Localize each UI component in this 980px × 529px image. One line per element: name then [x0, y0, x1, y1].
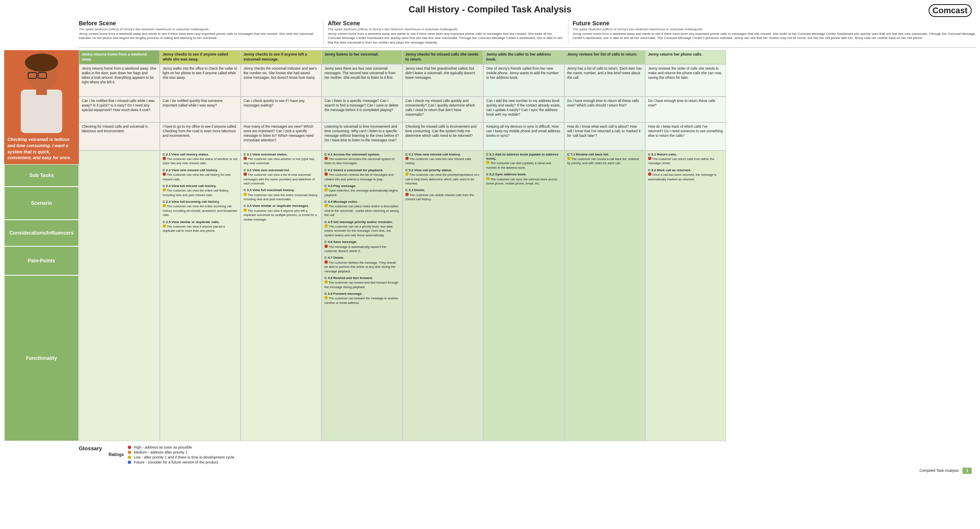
considerations-cell-4: Can I listen to a specific message? Can … [322, 97, 402, 122]
painpoints-cell-2: I have to go to my office to see if anyo… [160, 122, 241, 150]
row-labels-container: Sub Tasks Scenario Considerations/Influe… [4, 164, 79, 441]
subtask-cell-5: Jenny checks for missed calls she needs … [402, 50, 483, 64]
func-item-c32: C 3.2 View new voicemail list. The custo… [244, 168, 319, 186]
func-item-c41: C 4.1 Access the voicemail system. The c… [324, 153, 400, 166]
painpoints-cell-6: Keeping all my devices in sync is diffic… [483, 122, 564, 150]
painpoints-cell-5: Checking for missed calls is inconvenien… [402, 122, 483, 150]
portrait-area [4, 50, 79, 133]
glossary-item-4: Future - consider for a future version o… [128, 460, 234, 464]
glossary-item-1: High - address as soon as possible [128, 445, 234, 449]
func-cell-8: C 8.1 Return calls. The customer can ret… [645, 150, 726, 441]
rating-dot-c33 [244, 193, 247, 196]
persona-quote: Checking voicemail is tedious and time c… [4, 133, 79, 164]
subtask-row: Jenny returns home from a weekend away. … [79, 50, 976, 64]
func-item-c46: C 4.6 Save message. The message is autom… [324, 240, 400, 253]
func-cell-7: C 7.1 Review call back list. The custome… [564, 150, 645, 441]
rating-dot-c48 [324, 280, 328, 284]
scenario-row: Jenny returns home from a weekend away. … [79, 64, 976, 97]
future-scene-title: Future Scene [573, 20, 976, 27]
painpoints-cell-8: How do I keep track of which calls I've … [645, 122, 726, 150]
after-scene-desc: Jenny comes home from a weekend away and… [328, 32, 564, 45]
page-number: 1 [963, 468, 972, 474]
future-scene-header: Future Scene The spare bedroom (office) … [568, 20, 976, 45]
subtask-cell-4: Jenny listens to her voicemail. [322, 50, 402, 64]
glossary-items: High - address as soon as possible Mediu… [128, 445, 234, 464]
scenario-cell-5: Jenny sees that her grandmother called, … [402, 64, 483, 97]
glossary-title: Glossary [79, 445, 102, 451]
after-scene-location: The spare bedroom (office) of Jenny's tw… [328, 27, 564, 31]
rating-dot-c61 [486, 161, 490, 164]
func-item-c31: C 3.1 View voicemail status. The custome… [244, 153, 319, 166]
func-item-c49: C 4.9 Forward message. The customer can … [324, 292, 400, 305]
rating-dot-c44 [324, 204, 328, 207]
main-content: Checking voicemail is tedious and time c… [4, 50, 976, 441]
grid-content: Jenny returns home from a weekend away. … [79, 50, 976, 441]
painpoints-row: Checking for missed calls and voicemail … [79, 122, 976, 150]
rating-dot-c42 [324, 172, 328, 176]
considerations-cell-7: Do I have enough time to return all thes… [564, 97, 645, 122]
rating-dot-c81 [648, 157, 651, 160]
page: Call History - Compiled Task Analysis Co… [0, 0, 980, 529]
svg-rect-5 [21, 90, 62, 133]
rating-dot-c82 [648, 172, 651, 176]
rating-dot-c47 [324, 260, 328, 264]
rating-dot-c21 [163, 157, 166, 160]
scenario-cell-2: Jenny walks into the office to check the… [160, 64, 241, 97]
rating-dot-c45 [324, 224, 328, 228]
scenario-cell-6: One of Jenny's friends called from her n… [483, 64, 564, 97]
rating-dot-c53 [405, 193, 409, 196]
glossary-label-medium: Medium - address after priority 1 [134, 450, 188, 454]
painpoints-cell-7: How do I know what each call is about? H… [564, 122, 645, 150]
subtask-cell-2: Jenny checks to see if anyone called whi… [160, 50, 241, 64]
row-label-painpoints: Pain-Points [4, 246, 79, 275]
functionality-row: C 2.1 View call history status. The cust… [79, 150, 976, 441]
scenario-cell-4: Jenny sees there are four new voicemail … [322, 64, 402, 97]
painpoints-cell-3: How many of the messages are new? Which … [241, 122, 322, 150]
rating-dot-c51 [405, 157, 409, 160]
row-label-functionality: Functionality [4, 275, 79, 441]
considerations-cell-1: Can I be notified that I missed calls wh… [79, 97, 160, 122]
footer: Compiled Task Analysis 1 [4, 468, 976, 474]
rating-dot-c62 [486, 177, 490, 180]
glossary-ratings: Ratings High - address as soon as possib… [109, 445, 234, 464]
rating-dot-c41 [324, 157, 328, 160]
func-item-c53: C 5.3 Delete. The customer can delete mi… [405, 188, 480, 201]
glossary-section: Glossary Ratings High - address as soon … [79, 445, 976, 464]
glossary-label-high: High - address as soon as possible [134, 445, 192, 449]
func-item-c51: C 5.1 View new missed call history. The … [405, 153, 480, 166]
portrait-silhouette [8, 50, 75, 133]
after-scene-header: After Scene The spare bedroom (office) o… [324, 20, 568, 45]
row-label-subtasks: Sub Tasks [4, 164, 79, 187]
scenario-cell-7: Jenny has a list of calls to return. Eac… [564, 64, 645, 97]
future-scene-desc: Jenny comes home from a weekend away and… [573, 32, 976, 41]
before-scene-header: Before Scene The spare bedroom (office) … [79, 20, 324, 45]
before-scene-desc: Jenny comes home from a weekend away and… [79, 32, 319, 41]
subtask-cell-8: Jenny returns her phone calls. [645, 50, 726, 64]
considerations-cell-6: Can I add the new number to my address b… [483, 97, 564, 122]
func-cell-3: C 3.1 View voicemail status. The custome… [241, 150, 322, 441]
rating-dot-c49 [324, 296, 328, 299]
func-item-c52: C 5.2 View call priority status. The cus… [405, 168, 480, 186]
rating-dot-c23 [163, 188, 166, 192]
before-scene-title: Before Scene [79, 20, 319, 27]
footer-text: Compiled Task Analysis [919, 468, 958, 473]
after-scene-title: After Scene [328, 20, 564, 27]
svg-point-1 [25, 53, 58, 72]
func-item-c33: C 3.3 View full voicemail history. The c… [244, 188, 319, 201]
func-item-c34: C 3.4 View similar or duplicate messages… [244, 204, 319, 222]
func-item-c23: C 2.3 View full missed call history. The… [163, 184, 238, 197]
subtask-cell-6: Jenny adds the caller to her address boo… [483, 50, 564, 64]
glossary-label-low: Low - after priority 2 and if there is t… [134, 455, 234, 459]
func-cell-2: C 2.1 View call history status. The cust… [160, 150, 241, 441]
rating-dot-c32 [244, 172, 247, 176]
rating-dot-c24 [163, 204, 166, 207]
glossary-dot-medium [128, 451, 131, 454]
comcast-logo: Comcast [929, 4, 972, 17]
func-item-c22: C 2.2 View new missed call history. The … [163, 168, 238, 182]
func-cell-6: C 6.1 Add to address book (update in add… [483, 150, 564, 441]
scenario-cell-8: Jenny reviews the order of calls she nee… [645, 64, 726, 97]
subtask-cell-3: Jenny checks to see if anyone left a voi… [241, 50, 322, 64]
func-item-c42: C 4.2 Select a voicemail for playback. T… [324, 168, 400, 182]
header: Call History - Compiled Task Analysis Co… [4, 4, 976, 15]
considerations-cell-5: Can I check my missed calls quickly and … [402, 97, 483, 122]
